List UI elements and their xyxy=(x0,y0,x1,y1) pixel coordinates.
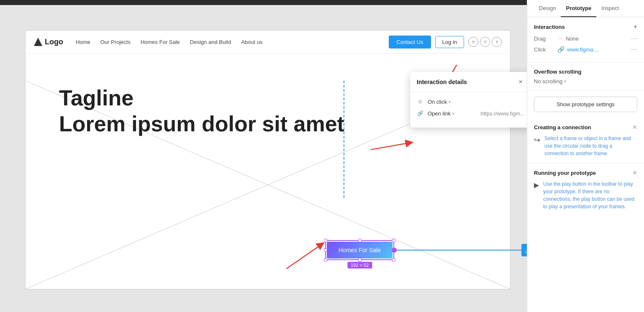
nav-logo: Logo xyxy=(34,38,63,46)
tagline-line1: Tagline xyxy=(59,85,344,111)
right-panel: Design Prototype Inspect Interactions + … xyxy=(527,0,644,312)
popup-close-button[interactable]: × xyxy=(516,78,525,86)
click-value: www.figma.... xyxy=(567,46,631,53)
handle-bm[interactable] xyxy=(358,258,362,261)
nav-actions: Contact Us Log in ✕ ✕ ✕ xyxy=(389,36,502,49)
popup-header: Interaction details × xyxy=(410,72,527,92)
running-prototype-section: Running your prototype ✕ ▶ Use the play … xyxy=(527,164,644,216)
handle-tl[interactable] xyxy=(324,239,327,242)
popup-body: ⊙ On click ▾ 🔗 Open link ▾ https://www.f… xyxy=(410,92,527,128)
drag-interaction-row: Drag → None — xyxy=(534,35,637,42)
size-label: 192 × 52 xyxy=(347,262,372,269)
creating-connection-info: ↪ Select a frame or object in a frame an… xyxy=(534,135,637,157)
nav-icon-3[interactable]: ✕ xyxy=(492,37,502,47)
nav-icons: ✕ ✕ ✕ xyxy=(468,37,502,47)
tab-design[interactable]: Design xyxy=(534,0,561,17)
interaction-popup: Interaction details × ⊙ On click ▾ 🔗 xyxy=(410,72,527,128)
drag-arrow-icon: → xyxy=(557,35,563,42)
nav-link-homes[interactable]: Homes For Sale xyxy=(141,39,180,45)
nav-bar: Logo Home Our Projects Homes For Sale De… xyxy=(26,31,510,54)
trigger-selector[interactable]: On click ▾ xyxy=(428,99,451,105)
click-remove-button[interactable]: — xyxy=(631,46,637,53)
creating-connection-title: Creating a connection xyxy=(534,124,591,130)
overflow-value-text: No scrolling xyxy=(534,78,562,84)
running-prototype-info: ▶ Use the play button in the toolbar to … xyxy=(534,180,637,210)
action-chevron: ▾ xyxy=(452,111,454,116)
dashed-vertical-line xyxy=(344,81,344,198)
creating-connection-close-button[interactable]: ✕ xyxy=(632,124,637,130)
running-prototype-header: Running your prototype ✕ xyxy=(534,169,637,176)
tab-prototype[interactable]: Prototype xyxy=(561,0,596,17)
handle-br[interactable] xyxy=(392,258,395,261)
overflow-value-selector[interactable]: No scrolling ▾ xyxy=(534,78,637,84)
wireframe-frame: Logo Home Our Projects Homes For Sale De… xyxy=(25,30,511,289)
svg-line-2 xyxy=(370,143,409,149)
running-prototype-text: Use the play button in the toolbar to pl… xyxy=(543,180,637,210)
drag-remove-button[interactable]: — xyxy=(631,35,637,42)
selected-element[interactable]: Homes For Sale 192 × 52 xyxy=(327,242,393,258)
nav-icon-2[interactable]: ✕ xyxy=(480,37,490,47)
logo-text: Logo xyxy=(45,38,63,46)
creating-connection-header: Creating a connection ✕ xyxy=(534,124,637,130)
canvas-area: Logo Home Our Projects Homes For Sale De… xyxy=(0,0,527,312)
add-interaction-button[interactable]: + xyxy=(634,23,637,31)
click-interaction-row: Click 🔗 www.figma.... — xyxy=(534,46,637,53)
trigger-label: On click xyxy=(428,99,447,105)
action-row: 🔗 Open link ▾ https://www.figm... xyxy=(417,110,525,117)
popup-url: https://www.figm... xyxy=(481,110,525,117)
running-prototype-close-button[interactable]: ✕ xyxy=(632,169,637,176)
tab-inspect[interactable]: Inspect xyxy=(596,0,624,17)
connection-dot[interactable] xyxy=(392,248,397,253)
handle-tr[interactable] xyxy=(392,239,395,242)
connection-line: 🔗 xyxy=(392,250,527,251)
connection-end-icon: 🔗 xyxy=(521,244,527,256)
overflow-title: Overflow scrolling xyxy=(534,69,637,75)
click-label: Click xyxy=(534,46,555,53)
play-icon: ▶ xyxy=(534,181,539,189)
nav-link-design[interactable]: Design and Build xyxy=(190,39,231,45)
action-selector[interactable]: Open link ▾ xyxy=(428,110,454,117)
action-label: Open link xyxy=(428,110,451,117)
drag-label: Drag xyxy=(534,36,555,42)
tagline-line2: Lorem ipsum dolor sit amet xyxy=(59,111,344,137)
show-prototype-settings-button[interactable]: Show prototype settings xyxy=(534,97,637,112)
topbar xyxy=(0,0,527,5)
tagline: Tagline Lorem ipsum dolor sit amet xyxy=(59,85,344,137)
interactions-section: Interactions + Drag → None — Click 🔗 www… xyxy=(527,17,644,63)
homes-for-sale-button[interactable]: Homes For Sale xyxy=(327,242,393,258)
trigger-chevron: ▾ xyxy=(449,100,451,104)
popup-title: Interaction details xyxy=(417,79,467,85)
contact-button[interactable]: Contact Us xyxy=(389,36,431,49)
overflow-section: Overflow scrolling No scrolling ▾ xyxy=(527,63,644,91)
handle-bl[interactable] xyxy=(324,258,327,261)
wireframe-container: Logo Home Our Projects Homes For Sale De… xyxy=(17,5,527,312)
nav-link-projects[interactable]: Our Projects xyxy=(100,39,131,45)
nav-link-home[interactable]: Home xyxy=(76,39,90,45)
connection-arrow-icon: ↪ xyxy=(534,136,540,145)
trigger-row: ⊙ On click ▾ xyxy=(417,98,525,105)
logo-icon xyxy=(34,38,42,46)
interactions-header: Interactions + xyxy=(534,23,637,31)
nav-icon-1[interactable]: ✕ xyxy=(468,37,478,47)
panel-tabs: Design Prototype Inspect xyxy=(527,0,644,17)
creating-connection-section: Creating a connection ✕ ↪ Select a frame… xyxy=(527,118,644,164)
link-icon: 🔗 xyxy=(417,110,423,117)
interactions-title: Interactions xyxy=(534,24,565,30)
drag-value: None xyxy=(566,36,631,42)
svg-line-3 xyxy=(286,245,321,269)
trigger-icon: ⊙ xyxy=(417,98,423,105)
nav-link-about[interactable]: About us xyxy=(241,39,262,45)
overflow-chevron-icon: ▾ xyxy=(564,79,566,84)
click-arrow-icon: 🔗 xyxy=(557,46,564,53)
nav-links: Home Our Projects Homes For Sale Design … xyxy=(76,39,389,45)
login-button[interactable]: Log in xyxy=(435,36,464,48)
running-prototype-title: Running your prototype xyxy=(534,170,596,176)
creating-connection-text: Select a frame or object in a frame and … xyxy=(544,135,637,157)
